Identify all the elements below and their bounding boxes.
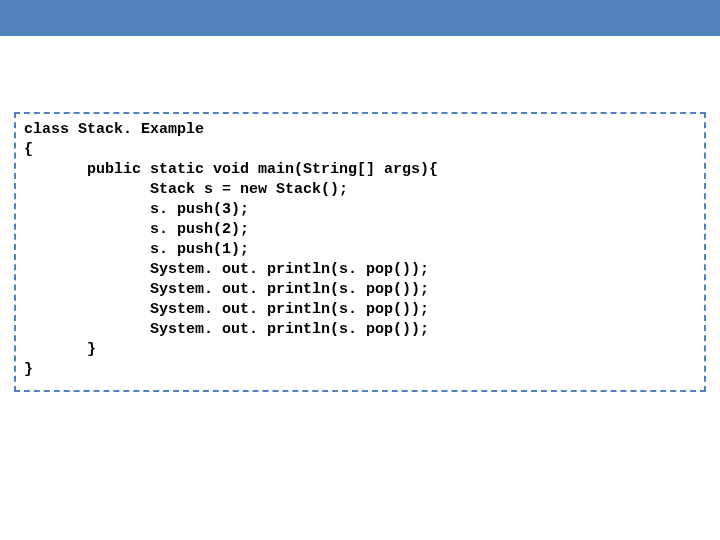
- code-line: public static void main(String[] args){: [24, 160, 694, 180]
- code-line: System. out. println(s. pop());: [24, 300, 694, 320]
- code-line: s. push(1);: [24, 240, 694, 260]
- code-line: System. out. println(s. pop());: [24, 320, 694, 340]
- code-line: {: [24, 140, 694, 160]
- code-line: s. push(3);: [24, 200, 694, 220]
- code-line: }: [24, 340, 694, 360]
- code-line: System. out. println(s. pop());: [24, 280, 694, 300]
- title-bar: [0, 0, 720, 36]
- code-line: s. push(2);: [24, 220, 694, 240]
- code-line: }: [24, 360, 694, 380]
- code-box: class Stack. Example { public static voi…: [14, 112, 706, 392]
- code-line: Stack s = new Stack();: [24, 180, 694, 200]
- slide: class Stack. Example { public static voi…: [0, 0, 720, 540]
- code-line: class Stack. Example: [24, 120, 694, 140]
- code-line: System. out. println(s. pop());: [24, 260, 694, 280]
